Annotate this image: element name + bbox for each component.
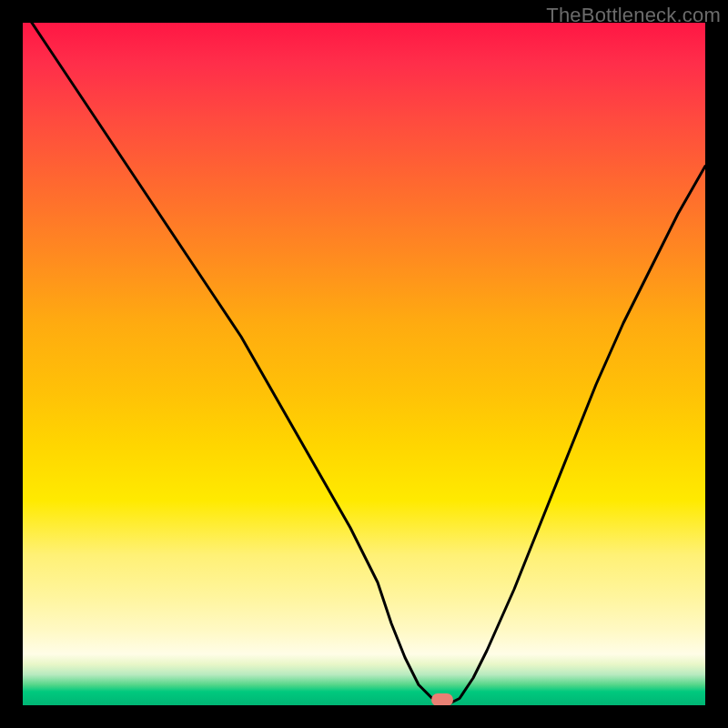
curve-path [23,23,705,705]
bottleneck-curve [23,23,705,705]
watermark-label: TheBottleneck.com [546,4,721,27]
plot-area [23,23,705,705]
chart-frame: TheBottleneck.com [0,0,728,728]
optimal-marker [431,693,453,705]
